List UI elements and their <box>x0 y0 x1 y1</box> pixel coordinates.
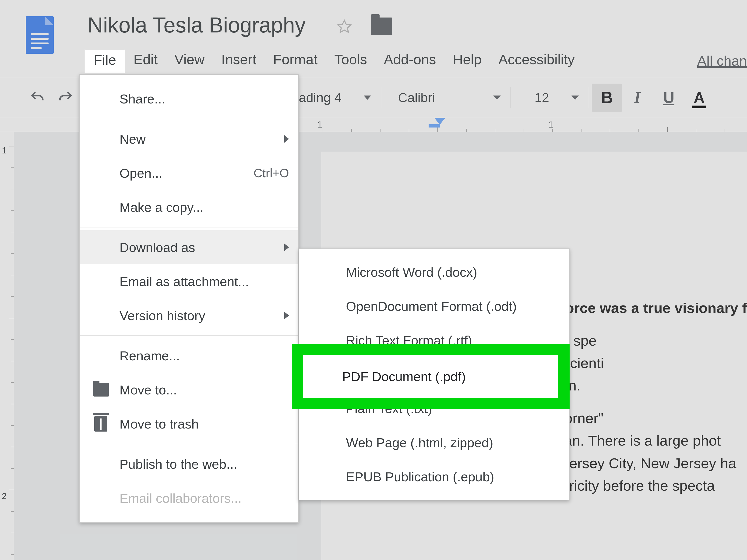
bold-icon: B <box>601 88 613 107</box>
ruler-number: 1 <box>548 120 553 130</box>
indent-marker-base[interactable] <box>429 124 440 128</box>
trash-icon <box>94 416 107 432</box>
file-menu-email-collaborators: Email collaborators... <box>80 481 298 515</box>
dropdown-arrow-icon <box>571 96 579 100</box>
menu-addons[interactable]: Add-ons <box>376 49 444 73</box>
dropdown-arrow-icon <box>364 96 371 100</box>
menu-separator <box>80 444 298 444</box>
submenu-arrow-icon <box>284 312 289 319</box>
file-menu-move-to[interactable]: Move to... <box>80 373 298 407</box>
submenu-arrow-icon <box>284 135 289 143</box>
menu-separator <box>80 335 298 336</box>
menu-accessibility[interactable]: Accessibility <box>490 49 583 73</box>
file-menu-open[interactable]: Open...Ctrl+O <box>80 156 298 190</box>
vruler-number: 1 <box>2 146 6 155</box>
font-family-label: Calibri <box>398 90 435 105</box>
submenu-item-odt[interactable]: OpenDocument Format (.odt) <box>299 289 569 323</box>
indent-marker-icon[interactable] <box>434 118 445 125</box>
underline-button[interactable]: U <box>652 84 685 111</box>
italic-icon: I <box>634 88 640 107</box>
font-size-label: 12 <box>535 90 549 105</box>
ruler-number: 1 <box>317 120 322 130</box>
folder-icon <box>93 383 109 397</box>
menu-insert[interactable]: Insert <box>213 49 265 73</box>
underline-icon: U <box>663 89 674 106</box>
move-folder-icon[interactable] <box>371 18 392 35</box>
shortcut-label: Ctrl+O <box>254 166 289 180</box>
docs-logo-icon[interactable] <box>26 16 54 54</box>
menu-tools[interactable]: Tools <box>326 49 376 73</box>
menu-file[interactable]: File <box>85 49 125 73</box>
file-menu-email-attachment[interactable]: Email as attachment... <box>80 264 298 299</box>
menu-bar: File Edit View Insert Format Tools Add-o… <box>85 49 583 73</box>
menu-separator <box>80 119 298 119</box>
file-menu-share[interactable]: Share... <box>80 82 298 116</box>
dropdown-arrow-icon <box>493 96 501 100</box>
vertical-ruler[interactable]: 1 2 <box>0 132 14 560</box>
submenu-item-epub[interactable]: EPUB Publication (.epub) <box>299 460 569 494</box>
file-menu-rename[interactable]: Rename... <box>80 339 298 373</box>
file-dropdown-menu: Share... New Open...Ctrl+O Make a copy..… <box>79 74 299 523</box>
paragraph-style-select[interactable]: ading 4 <box>285 90 378 105</box>
changes-link[interactable]: All chan <box>688 50 747 74</box>
font-family-select[interactable]: Calibri <box>384 90 508 105</box>
bold-button[interactable]: B <box>592 84 622 111</box>
menu-view[interactable]: View <box>166 49 213 73</box>
menu-separator <box>80 227 298 227</box>
italic-button[interactable]: I <box>622 84 652 111</box>
file-menu-move-trash[interactable]: Move to trash <box>80 407 298 441</box>
highlight-pdf-button[interactable]: PDF Document (.pdf) <box>303 355 558 398</box>
menu-edit[interactable]: Edit <box>125 49 166 73</box>
file-menu-new[interactable]: New <box>80 122 298 156</box>
submenu-item-rtf[interactable]: Rich Text Format (.rtf) <box>299 323 569 357</box>
paragraph-style-label: ading 4 <box>299 90 342 105</box>
file-menu-publish[interactable]: Publish to the web... <box>80 447 298 481</box>
menu-help[interactable]: Help <box>444 49 490 73</box>
redo-button[interactable] <box>51 84 79 111</box>
submenu-item-html[interactable]: Web Page (.html, zipped) <box>299 426 569 460</box>
file-menu-make-copy[interactable]: Make a copy... <box>80 190 298 224</box>
star-icon[interactable] <box>336 19 353 35</box>
font-size-select[interactable]: 12 <box>514 90 586 105</box>
menu-format[interactable]: Format <box>265 49 326 73</box>
undo-button[interactable] <box>23 84 51 111</box>
vruler-number: 2 <box>2 491 6 501</box>
file-menu-version-history[interactable]: Version history <box>80 299 298 333</box>
file-menu-download-as[interactable]: Download as <box>80 230 298 264</box>
text-color-icon: A <box>694 89 705 106</box>
submenu-item-docx[interactable]: Microsoft Word (.docx) <box>299 255 569 289</box>
text-color-button[interactable]: A <box>685 84 713 111</box>
submenu-arrow-icon <box>284 244 289 251</box>
header: Nikola Tesla Biography File Edit View In… <box>0 0 747 77</box>
separator <box>381 87 381 108</box>
document-title[interactable]: Nikola Tesla Biography <box>87 13 306 37</box>
separator <box>589 87 589 108</box>
